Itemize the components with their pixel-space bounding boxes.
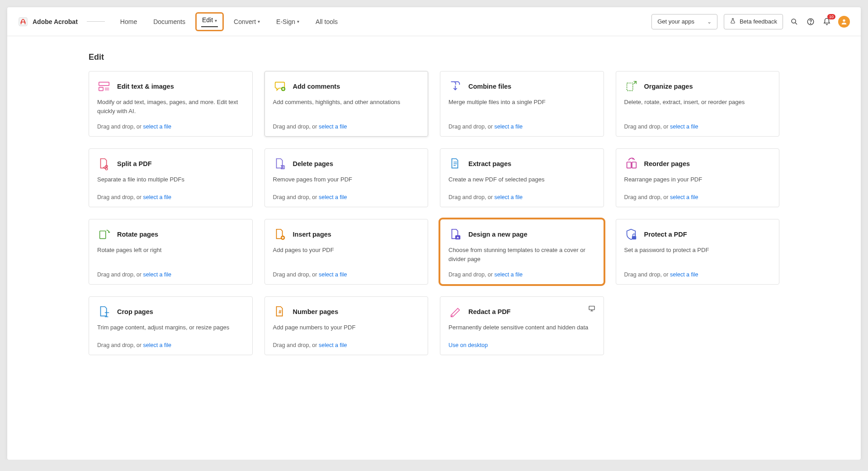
beta-feedback-label: Beta feedback	[740, 18, 777, 25]
tool-card-design-new-page-highlighted[interactable]: Design a new page Choose from stunning t…	[440, 219, 604, 285]
reorder-pages-icon	[624, 157, 638, 171]
crop-pages-icon	[97, 305, 111, 319]
tool-card-reorder-pages[interactable]: Reorder pages Rearrange pages in your PD…	[616, 148, 780, 207]
nav-documents[interactable]: Documents	[147, 14, 192, 29]
svg-rect-18	[589, 306, 594, 310]
select-file-link[interactable]: select a file	[494, 124, 523, 130]
tool-card-add-comments[interactable]: Add comments Add comments, highlights, a…	[264, 71, 429, 137]
brand: Adobe Acrobat	[18, 17, 105, 27]
card-title: Design a new page	[468, 231, 528, 238]
card-title: Extract pages	[468, 160, 511, 167]
svg-rect-13	[100, 231, 106, 239]
select-file-link[interactable]: select a file	[670, 124, 698, 130]
select-file-link[interactable]: select a file	[319, 194, 347, 200]
avatar[interactable]	[838, 16, 850, 28]
select-file-link[interactable]: select a file	[143, 124, 171, 130]
card-title: Protect a PDF	[644, 231, 687, 238]
select-file-link[interactable]: select a file	[319, 271, 347, 278]
tool-card-organize-pages[interactable]: Organize pages Delete, rotate, extract, …	[616, 71, 780, 137]
tool-card-rotate-pages[interactable]: Rotate pages Rotate pages left or right …	[89, 219, 253, 285]
svg-point-1	[792, 19, 796, 23]
chevron-down-icon: ⌄	[707, 19, 712, 25]
flask-icon	[730, 18, 736, 25]
use-on-desktop-link[interactable]: Use on desktop	[448, 342, 488, 348]
dragdrop-label: Drag and drop, or	[97, 271, 143, 278]
tool-card-extract-pages[interactable]: Extract pages Create a new PDF of select…	[440, 148, 604, 207]
brand-separator	[87, 21, 105, 22]
help-icon[interactable]	[806, 17, 816, 27]
card-desc: Remove pages from your PDF	[273, 175, 420, 184]
select-file-link[interactable]: select a file	[319, 124, 347, 130]
nav-esign-label: E-Sign	[276, 18, 295, 25]
select-file-link[interactable]: select a file	[319, 342, 347, 348]
tool-card-split-pdf[interactable]: Split a PDF Separate a file into multipl…	[89, 148, 253, 207]
delete-pages-icon	[273, 157, 287, 171]
rotate-pages-icon	[97, 228, 111, 241]
svg-point-3	[810, 23, 811, 24]
search-icon[interactable]	[789, 17, 799, 27]
content-area: Edit Edit text & images Modify or add te…	[7, 36, 861, 373]
nav-documents-label: Documents	[153, 18, 185, 25]
nav-home-label: Home	[120, 18, 137, 25]
select-file-link[interactable]: select a file	[670, 271, 698, 278]
svg-rect-5	[99, 82, 109, 86]
nav-home[interactable]: Home	[114, 14, 143, 29]
svg-rect-8	[627, 83, 632, 91]
card-desc: Create a new PDF of selected pages	[448, 175, 595, 184]
tool-card-insert-pages[interactable]: Insert pages Add pages to your PDF Drag …	[264, 219, 429, 285]
card-title: Organize pages	[644, 83, 693, 90]
select-file-link[interactable]: select a file	[143, 271, 171, 278]
select-file-link[interactable]: select a file	[143, 342, 171, 348]
tool-card-combine-files[interactable]: Combine files Merge multiple files into …	[440, 71, 604, 137]
tool-card-delete-pages[interactable]: Delete pages Remove pages from your PDF …	[264, 148, 429, 207]
desktop-icon	[588, 305, 595, 314]
dragdrop-label: Drag and drop, or	[448, 124, 494, 130]
dragdrop-label: Drag and drop, or	[97, 124, 143, 130]
tool-card-redact-pdf[interactable]: Redact a PDF Permanently delete sensitiv…	[440, 296, 604, 355]
card-title: Add comments	[293, 83, 340, 90]
nav-convert[interactable]: Convert ▾	[227, 14, 266, 29]
add-comments-icon	[273, 80, 287, 93]
svg-rect-11	[627, 162, 631, 168]
card-desc: Separate a file into multiple PDFs	[97, 175, 244, 184]
extract-pages-icon	[448, 157, 462, 171]
card-title: Reorder pages	[644, 160, 690, 167]
dragdrop-label: Drag and drop, or	[97, 194, 143, 200]
card-desc: Add page numbers to your PDF	[273, 323, 420, 332]
select-file-link[interactable]: select a file	[494, 194, 523, 200]
dragdrop-label: Drag and drop, or	[624, 124, 670, 130]
card-desc: Set a password to protect a PDF	[624, 246, 771, 255]
dragdrop-label: Drag and drop, or	[624, 271, 670, 278]
svg-rect-12	[632, 162, 636, 168]
tools-grid: Edit text & images Modify or add text, i…	[89, 71, 779, 355]
card-title: Delete pages	[293, 160, 333, 167]
split-pdf-icon	[97, 157, 111, 171]
select-file-link[interactable]: select a file	[494, 271, 523, 278]
card-desc: Permanently delete sensitive content and…	[448, 323, 595, 332]
notifications-icon[interactable]: 10	[822, 17, 832, 27]
tool-card-edit-text-images[interactable]: Edit text & images Modify or add text, i…	[89, 71, 253, 137]
select-file-link[interactable]: select a file	[143, 194, 171, 200]
select-file-link[interactable]: select a file	[670, 194, 698, 200]
tool-card-protect-pdf[interactable]: Protect a PDF Set a password to protect …	[616, 219, 780, 285]
topbar: Adobe Acrobat Home Documents Edit ▾ Conv…	[7, 7, 861, 36]
beta-feedback-button[interactable]: Beta feedback	[724, 14, 783, 29]
dragdrop-label: Drag and drop, or	[624, 194, 670, 200]
get-your-apps-button[interactable]: Get your apps ⌄	[651, 14, 717, 29]
card-title: Rotate pages	[117, 231, 158, 238]
nav-alltools[interactable]: All tools	[309, 14, 344, 29]
combine-files-icon	[448, 80, 462, 93]
insert-pages-icon	[273, 228, 287, 241]
tool-card-crop-pages[interactable]: Crop pages Trim page content, adjust mar…	[89, 296, 253, 355]
dragdrop-label: Drag and drop, or	[273, 271, 319, 278]
nav-edit-highlighted[interactable]: Edit ▾	[195, 12, 224, 31]
nav-edit-label: Edit	[202, 16, 213, 24]
dragdrop-label: Drag and drop, or	[273, 342, 319, 348]
card-desc: Add comments, highlights, and other anno…	[273, 98, 420, 107]
tool-card-number-pages[interactable]: # Number pages Add page numbers to your …	[264, 296, 429, 355]
nav-esign[interactable]: E-Sign ▾	[270, 14, 306, 29]
svg-point-10	[105, 168, 108, 170]
card-desc: Rotate pages left or right	[97, 246, 244, 255]
acrobat-logo-icon	[18, 17, 28, 27]
dragdrop-label: Drag and drop, or	[97, 342, 143, 348]
